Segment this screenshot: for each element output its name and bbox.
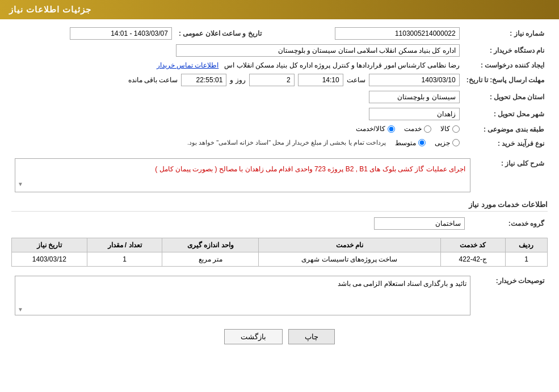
sharh-value: اجرای عملیات گاز کشی بلوک های B2 , B1 پر… <box>155 165 465 173</box>
radio-jozei-label: جزیی <box>435 139 450 147</box>
cell-tarikh: 1403/03/12 <box>12 252 87 267</box>
nam-dastgah-input[interactable] <box>176 44 460 57</box>
saat-label: ساعت <box>347 76 365 84</box>
baqi-input[interactable] <box>181 74 226 86</box>
shahr-label: شهر محل تحویل : <box>463 106 548 123</box>
col-radif: ردیف <box>505 238 547 252</box>
grooh-input[interactable] <box>374 217 465 230</box>
cell-radif: 1 <box>505 252 547 267</box>
nooe-note: پرداخت تمام یا بخشی از مبلغ خریدار از مح… <box>187 139 386 146</box>
sharh-label: شرح کلی نیاز : <box>474 156 548 195</box>
radio-jozei-input[interactable] <box>452 139 460 146</box>
shomara-niaz-input[interactable] <box>335 27 460 40</box>
tosihaat-value: تائید و بارگذاری اسناد استعلام الزامی می… <box>338 280 466 288</box>
col-vahed: واحد اندازه گیری <box>162 238 259 252</box>
ostan-label: استان محل تحویل : <box>463 88 548 106</box>
grooh-label: گروه خدمت: <box>468 215 548 232</box>
tarikh-pasokh-input[interactable] <box>369 74 460 86</box>
back-button[interactable]: بازگشت <box>224 329 283 344</box>
page-title: جزئیات اطلاعات نیاز <box>9 5 91 14</box>
radio-kala-khadamat-input[interactable] <box>388 125 395 133</box>
radio-kala-input[interactable] <box>452 125 460 133</box>
col-tarikh: تاریخ نیاز <box>12 238 87 252</box>
mohlet-label: مهلت ارسال پاسخ: تا تاریخ: <box>463 71 548 88</box>
cell-name: ساخت پروژه‌های تاسیسات شهری <box>259 252 440 267</box>
radio-motevaset-input[interactable] <box>418 139 426 146</box>
radio-kala-label: کالا <box>440 125 450 133</box>
page-header: جزئیات اطلاعات نیاز <box>0 0 559 19</box>
col-name: نام خدمت <box>259 238 440 252</box>
radio-khadamat[interactable]: خدمت <box>404 125 431 133</box>
radio-khadamat-input[interactable] <box>424 125 431 133</box>
ijad-value: رضا نظامی کارشناس امور قراردادها و کنترل… <box>224 61 459 69</box>
ostan-input[interactable] <box>369 91 460 103</box>
services-table: ردیف کد خدمت نام خدمت واحد اندازه گیری ت… <box>11 238 548 267</box>
sharh-description: اجرای عملیات گاز کشی بلوک های B2 , B1 پر… <box>15 158 470 192</box>
roz-label: روز و <box>230 76 245 84</box>
radio-kala-khadamat-label: کالا/خدمت <box>356 125 385 133</box>
radio-motevaset[interactable]: متوسط <box>395 139 426 147</box>
shahr-input[interactable] <box>369 108 460 120</box>
tarikh-elan-label: تاریخ و ساعت اعلان عمومی : <box>175 25 265 42</box>
roz-input[interactable] <box>249 74 295 86</box>
cell-code: ج-42-422 <box>440 252 505 267</box>
print-button[interactable]: چاپ <box>288 329 335 344</box>
ijad-link[interactable]: اطلاعات تماس خریدار <box>157 61 219 69</box>
shomara-niaz-label: شماره نیاز : <box>463 25 548 42</box>
radio-kala[interactable]: کالا <box>440 125 460 133</box>
nooe-farayand-label: نوع فرآیند خرید : <box>463 137 548 151</box>
button-area: چاپ بازگشت <box>11 329 548 344</box>
tosihaat-label: توصیحات خریدار: <box>474 273 548 318</box>
tosihaat-box: تائید و بارگذاری اسناد استعلام الزامی می… <box>15 276 470 315</box>
nam-dastgah-label: نام دستگاه خریدار : <box>463 42 548 59</box>
col-tedad: تعداد / مقدار <box>87 238 162 252</box>
radio-motevaset-label: متوسط <box>395 139 416 147</box>
tarikh-elan-input[interactable] <box>70 27 172 40</box>
tabaqe-label: طبقه بندی موضوعی : <box>463 123 548 137</box>
baqi-label: ساعت باقی مانده <box>128 76 178 84</box>
radio-jozei[interactable]: جزیی <box>435 139 460 147</box>
saat-pasokh-input[interactable] <box>298 74 343 86</box>
khadamat-section-title: اطلاعات خدمات مورد نیاز <box>11 200 548 212</box>
col-code: کد خدمت <box>440 238 505 252</box>
cell-vahed: متر مربع <box>162 252 259 267</box>
table-row: 1 ج-42-422 ساخت پروژه‌های تاسیسات شهری م… <box>12 252 548 267</box>
ijad-label: ایجاد کننده درخواست : <box>463 59 548 71</box>
radio-khadamat-label: خدمت <box>404 125 422 133</box>
radio-kala-khadamat[interactable]: کالا/خدمت <box>356 125 394 133</box>
cell-tedad: 1 <box>87 252 162 267</box>
